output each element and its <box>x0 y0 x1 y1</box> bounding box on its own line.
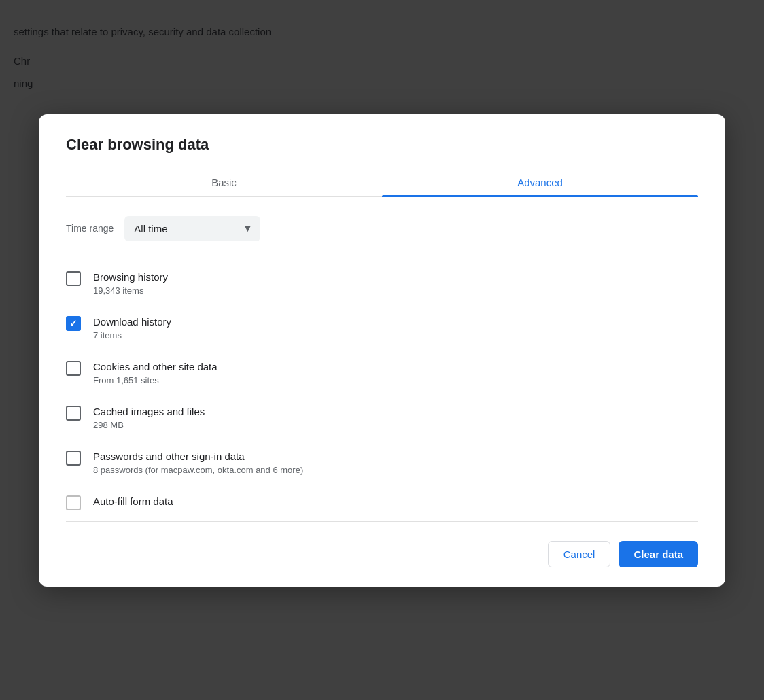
item-sub-browsing: 19,343 items <box>93 285 168 296</box>
time-range-label: Time range <box>66 223 114 234</box>
item-sub-passwords: 8 passwords (for macpaw.com, okta.com an… <box>93 465 303 475</box>
checkbox-box-autofill[interactable] <box>66 495 81 510</box>
cancel-button[interactable]: Cancel <box>548 541 611 567</box>
item-label-download: Download history <box>93 315 171 329</box>
checkbox-autofill[interactable] <box>66 495 81 510</box>
item-label-autofill: Auto-fill form data <box>93 494 173 508</box>
list-item: Auto-fill form data <box>66 485 698 522</box>
item-sub-cached: 298 MB <box>93 420 205 430</box>
clear-browsing-data-modal: Clear browsing data Basic Advanced Time … <box>39 114 725 587</box>
checkbox-download-history[interactable]: ✓ <box>66 316 81 331</box>
checkbox-box-passwords[interactable] <box>66 451 81 466</box>
item-text-autofill: Auto-fill form data <box>93 494 173 508</box>
item-label-cached: Cached images and files <box>93 404 205 419</box>
checkmark-icon: ✓ <box>69 319 77 328</box>
time-range-row: Time range All time Last hour Last 24 ho… <box>66 216 698 241</box>
modal-footer: Cancel Clear data <box>66 538 698 567</box>
time-range-select-wrapper: All time Last hour Last 24 hours Last 7 … <box>124 216 260 241</box>
tab-advanced[interactable]: Advanced <box>382 170 698 196</box>
clear-data-button[interactable]: Clear data <box>619 541 698 567</box>
checkbox-browsing-history[interactable] <box>66 271 81 286</box>
item-label-cookies: Cookies and other site data <box>93 360 218 374</box>
modal-title: Clear browsing data <box>66 136 698 154</box>
checkbox-passwords[interactable] <box>66 451 81 466</box>
list-item: Passwords and other sign-in data 8 passw… <box>66 440 698 485</box>
item-text-passwords: Passwords and other sign-in data 8 passw… <box>93 449 303 475</box>
list-item: Cached images and files 298 MB <box>66 395 698 440</box>
checkbox-box-download[interactable]: ✓ <box>66 316 81 331</box>
item-text-download: Download history 7 items <box>93 315 171 340</box>
checkbox-box-browsing[interactable] <box>66 271 81 286</box>
checkbox-box-cookies[interactable] <box>66 361 81 376</box>
list-item: Browsing history 19,343 items <box>66 260 698 305</box>
tab-basic[interactable]: Basic <box>66 170 382 196</box>
item-sub-download: 7 items <box>93 330 171 340</box>
item-sub-cookies: From 1,651 sites <box>93 375 218 385</box>
tab-bar: Basic Advanced <box>66 170 698 197</box>
item-label-passwords: Passwords and other sign-in data <box>93 449 303 463</box>
item-label-browsing: Browsing history <box>93 270 168 284</box>
checkbox-cookies[interactable] <box>66 361 81 376</box>
list-item: ✓ Download history 7 items <box>66 305 698 350</box>
checkbox-box-cached[interactable] <box>66 406 81 421</box>
checkbox-list: Browsing history 19,343 items ✓ Download… <box>66 260 698 522</box>
item-text-browsing: Browsing history 19,343 items <box>93 270 168 296</box>
time-range-select[interactable]: All time Last hour Last 24 hours Last 7 … <box>124 216 260 241</box>
item-text-cookies: Cookies and other site data From 1,651 s… <box>93 360 218 385</box>
list-item: Cookies and other site data From 1,651 s… <box>66 350 698 395</box>
item-text-cached: Cached images and files 298 MB <box>93 404 205 430</box>
checkbox-cached[interactable] <box>66 406 81 421</box>
